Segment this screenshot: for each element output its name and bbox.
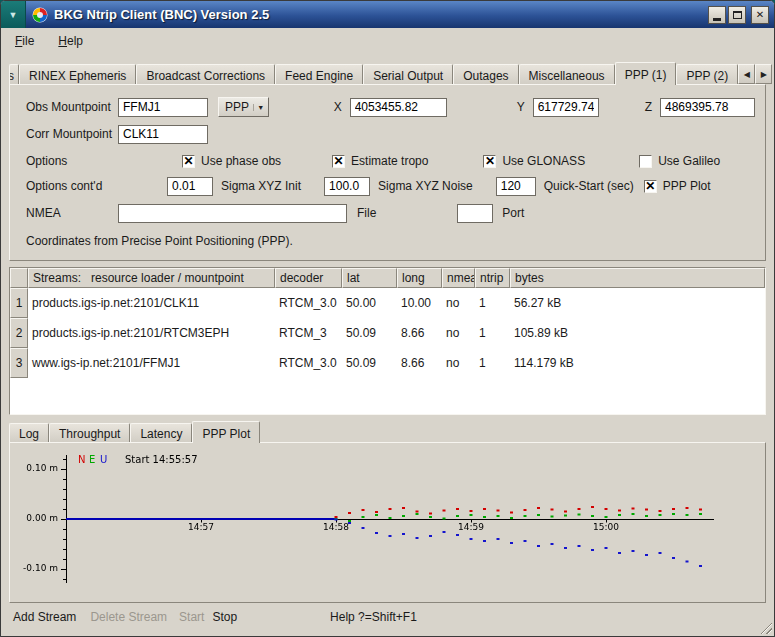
z-coordinate-input[interactable] — [660, 98, 755, 117]
ppp-plot-checkbox[interactable]: ✕ — [644, 180, 657, 193]
header-mountpoint: Streams: resource loader / mountpoint — [28, 268, 275, 288]
nmea-label: NMEA — [26, 206, 118, 220]
action-bar: Add Stream Delete Stream Start Stop Help… — [13, 609, 762, 625]
tab-miscellaneous[interactable]: Miscellaneous — [519, 64, 615, 84]
window-title: BKG Ntrip Client (BNC) Version 2.5 — [54, 7, 269, 22]
row-number: 1 — [10, 288, 28, 318]
x-label: X — [334, 100, 342, 114]
corr-mountpoint-input[interactable] — [118, 125, 208, 144]
tab-scroll-right-icon[interactable]: ▶ — [755, 64, 772, 84]
tab-scroll-buttons: ◀ ▶ — [738, 64, 772, 84]
row-number: 3 — [10, 348, 28, 378]
ppp-plot-canvas — [10, 443, 767, 602]
help-button[interactable]: Help ?=Shift+F1 — [330, 610, 417, 624]
cell-nmea: no — [442, 318, 475, 348]
options-contd-row: Options cont'd Sigma XYZ Init Sigma XYZ … — [26, 176, 755, 196]
menu-file[interactable]: File — [10, 32, 39, 50]
use-galileo-label: Use Galileo — [658, 154, 720, 168]
start-button[interactable]: Start — [179, 610, 204, 624]
tab-throughput[interactable]: Throughput — [49, 423, 130, 442]
cell-bytes: 105.89 kB — [510, 318, 765, 348]
window-menu-button[interactable]: ▼ — [1, 1, 26, 28]
tab-clipped[interactable]: s — [9, 64, 19, 84]
options-row: Options ✕ Use phase obs ✕ Estimate tropo… — [26, 151, 755, 171]
cell-mountpoint: www.igs-ip.net:2101/FFMJ1 — [28, 348, 275, 378]
use-phase-obs-label: Use phase obs — [201, 154, 281, 168]
minimize-button[interactable] — [708, 6, 726, 24]
menubar: File Help — [2, 29, 773, 53]
close-button[interactable]: ✕ — [751, 6, 769, 24]
tab-outages[interactable]: Outages — [453, 64, 518, 84]
streams-table: Streams: resource loader / mountpoint de… — [9, 267, 766, 415]
cell-decoder: RTCM_3.0 — [275, 348, 342, 378]
maximize-button[interactable] — [728, 6, 746, 24]
tab-scroll-left-icon[interactable]: ◀ — [738, 64, 755, 84]
ppp-mode-select[interactable]: PPP ▼ — [218, 97, 269, 117]
corr-mountpoint-label: Corr Mountpoint — [26, 127, 118, 141]
estimate-tropo-checkbox[interactable]: ✕ — [332, 155, 345, 168]
menu-help[interactable]: Help — [53, 32, 88, 50]
estimate-tropo-label: Estimate tropo — [351, 154, 428, 168]
use-phase-obs-checkbox[interactable]: ✕ — [182, 155, 195, 168]
close-icon: ✕ — [756, 10, 764, 20]
ppp-mode-value: PPP — [219, 100, 253, 114]
ppp1-panel: Obs Mountpoint PPP ▼ X Y Z Corr Mountpoi… — [9, 84, 766, 261]
z-label: Z — [645, 100, 652, 114]
tab-latency[interactable]: Latency — [130, 423, 192, 442]
tab-broadcast-corrections[interactable]: Broadcast Corrections — [136, 64, 275, 84]
cell-bytes: 114.179 kB — [510, 348, 765, 378]
tab-ppp-plot[interactable]: PPP Plot — [192, 421, 260, 443]
header-lat: lat — [342, 268, 397, 288]
hint-row: Coordinates from Precise Point Positioni… — [26, 231, 755, 251]
cell-ntrip: 1 — [475, 318, 510, 348]
use-galileo-checkbox[interactable] — [639, 155, 652, 168]
header-nmea: nmea — [442, 268, 475, 288]
cell-long: 8.66 — [397, 318, 442, 348]
y-coordinate-input[interactable] — [533, 98, 599, 117]
quick-start-input[interactable] — [496, 177, 536, 196]
header-long: long — [397, 268, 442, 288]
tab-feed-engine[interactable]: Feed Engine — [275, 64, 363, 84]
nmea-port-label: Port — [502, 206, 524, 220]
options-label: Options — [26, 154, 118, 168]
table-row-3[interactable]: 3 www.igs-ip.net:2101/FFMJ1 RTCM_3.0 50.… — [10, 348, 765, 378]
add-stream-button[interactable]: Add Stream — [13, 610, 76, 624]
cell-ntrip: 1 — [475, 288, 510, 318]
bnc-app-icon — [32, 7, 48, 23]
cell-decoder: RTCM_3 — [275, 318, 342, 348]
delete-stream-button[interactable]: Delete Stream — [90, 610, 167, 624]
quick-start-label: Quick-Start (sec) — [544, 179, 634, 193]
sigma-xyz-noise-input[interactable] — [324, 177, 370, 196]
obs-mountpoint-label: Obs Mountpoint — [26, 100, 118, 114]
bnc-main-window: ▼ BKG Ntrip Client (BNC) Version 2.5 ✕ F… — [0, 0, 775, 637]
table-row-2[interactable]: 2 products.igs-ip.net:2101/RTCM3EPH RTCM… — [10, 318, 765, 348]
y-label: Y — [517, 100, 525, 114]
cell-bytes: 56.27 kB — [510, 288, 765, 318]
window-menu-icon: ▼ — [9, 10, 18, 20]
tab-ppp-1[interactable]: PPP (1) — [615, 62, 677, 85]
nmea-file-label: File — [357, 206, 376, 220]
header-decoder: decoder — [275, 268, 342, 288]
streams-table-header: Streams: resource loader / mountpoint de… — [10, 268, 765, 288]
cell-decoder: RTCM_3.0 — [275, 288, 342, 318]
use-glonass-checkbox[interactable]: ✕ — [483, 155, 496, 168]
cell-long: 10.00 — [397, 288, 442, 318]
window-controls: ✕ — [696, 1, 774, 28]
obs-mountpoint-input[interactable] — [118, 98, 208, 117]
nmea-port-input[interactable] — [457, 204, 493, 223]
header-ntrip: ntrip — [475, 268, 510, 288]
tab-log[interactable]: Log — [9, 423, 49, 442]
nmea-file-input[interactable] — [118, 204, 347, 223]
tab-ppp-2[interactable]: PPP (2) — [676, 64, 738, 84]
panel-hint-text: Coordinates from Precise Point Positioni… — [26, 234, 293, 248]
tab-serial-output[interactable]: Serial Output — [363, 64, 453, 84]
x-coordinate-input[interactable] — [350, 98, 447, 117]
corner-header-cell — [10, 268, 28, 288]
cell-long: 8.66 — [397, 348, 442, 378]
tab-rinex-ephemeris[interactable]: RINEX Ephemeris — [19, 64, 136, 84]
sigma-xyz-init-label: Sigma XYZ Init — [221, 179, 301, 193]
cell-lat: 50.09 — [342, 348, 397, 378]
sigma-xyz-init-input[interactable] — [167, 177, 213, 196]
table-row-1[interactable]: 1 products.igs-ip.net:2101/CLK11 RTCM_3.… — [10, 288, 765, 318]
stop-button[interactable]: Stop — [212, 610, 237, 624]
